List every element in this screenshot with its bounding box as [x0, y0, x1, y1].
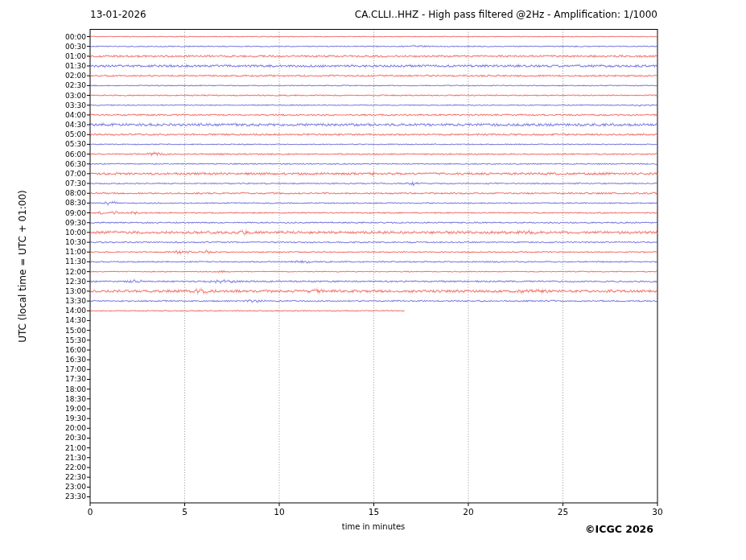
helicorder-figure: 13-01-2026 CA.CLLI..HHZ - High pass filt… — [0, 0, 746, 560]
y-tick-label: 13:00 — [54, 287, 86, 295]
y-tick-label: 14:30 — [54, 316, 86, 324]
y-tick-label: 14:00 — [54, 307, 86, 315]
y-tick-label: 11:00 — [54, 248, 86, 256]
y-tick-label: 02:00 — [54, 72, 86, 80]
y-tick-label: 20:00 — [54, 424, 86, 432]
y-tick-label: 00:00 — [54, 33, 86, 41]
y-tick-label: 12:00 — [54, 268, 86, 276]
y-tick-label: 17:30 — [54, 375, 86, 383]
plot-title: CA.CLLI..HHZ - High pass filtered @2Hz -… — [355, 9, 657, 21]
y-tick-label: 05:30 — [54, 140, 86, 148]
y-tick-label: 20:30 — [54, 434, 86, 442]
y-tick-label: 19:30 — [54, 414, 86, 422]
y-tick-label: 06:30 — [54, 160, 86, 168]
y-tick-label: 16:30 — [54, 356, 86, 364]
y-tick-label: 16:00 — [54, 346, 86, 354]
y-tick-label: 13:30 — [54, 297, 86, 305]
y-tick-label: 18:30 — [54, 395, 86, 403]
y-tick-label: 09:00 — [54, 209, 86, 217]
y-tick-label: 03:00 — [54, 92, 86, 100]
y-tick-label: 07:00 — [54, 170, 86, 178]
y-tick-label: 08:30 — [54, 199, 86, 207]
x-tick-label: 25 — [547, 507, 579, 517]
y-tick-label: 10:30 — [54, 238, 86, 246]
y-tick-label: 04:30 — [54, 121, 86, 129]
y-tick-label: 21:30 — [54, 454, 86, 462]
y-tick-label: 01:00 — [54, 52, 86, 60]
y-tick-label: 07:30 — [54, 179, 86, 187]
y-tick-label: 11:30 — [54, 257, 86, 266]
y-tick-label: 06:00 — [54, 150, 86, 159]
y-tick-label: 18:00 — [54, 385, 86, 393]
helicorder-canvas — [0, 0, 746, 560]
x-tick-label: 10 — [263, 507, 295, 517]
y-tick-label: 15:00 — [54, 327, 86, 335]
y-tick-label: 12:30 — [54, 278, 86, 286]
x-tick-label: 0 — [74, 507, 106, 517]
y-tick-label: 08:00 — [54, 189, 86, 197]
y-tick-label: 17:00 — [54, 365, 86, 373]
y-tick-label: 22:00 — [54, 463, 86, 471]
y-tick-label: 02:30 — [54, 81, 86, 89]
y-tick-label: 15:30 — [54, 336, 86, 344]
y-tick-label: 00:30 — [54, 43, 86, 51]
y-tick-label: 22:30 — [54, 473, 86, 481]
y-axis-label: UTC (local time = UTC + 01:00) — [17, 166, 28, 367]
plot-date: 13-01-2026 — [90, 9, 146, 21]
x-axis-label: time in minutes — [253, 522, 494, 531]
x-tick-label: 20 — [452, 507, 484, 517]
y-tick-label: 23:30 — [54, 492, 86, 500]
y-tick-label: 23:00 — [54, 483, 86, 491]
y-tick-label: 21:00 — [54, 444, 86, 452]
y-tick-label: 09:30 — [54, 219, 86, 227]
y-tick-label: 10:00 — [54, 229, 86, 237]
y-tick-label: 03:30 — [54, 101, 86, 109]
y-tick-label: 05:00 — [54, 130, 86, 138]
y-tick-label: 01:30 — [54, 62, 86, 70]
x-tick-label: 15 — [358, 507, 390, 517]
x-tick-label: 5 — [169, 507, 201, 517]
y-tick-label: 19:00 — [54, 405, 86, 413]
y-tick-label: 04:00 — [54, 111, 86, 119]
x-tick-label: 30 — [641, 507, 674, 517]
copyright-text: ©ICGC 2026 — [585, 523, 653, 535]
